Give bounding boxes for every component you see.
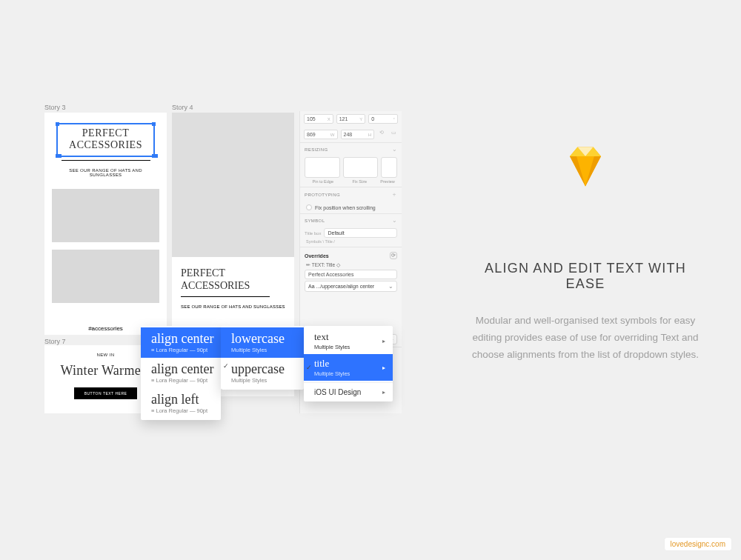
menu-item[interactable]: titleMultiple Styles▸ [304,354,393,381]
label-preview: Preview [378,179,397,184]
story3-subtitle: SEE OUR RANGE OF HATS AND SUNGLASSES [58,168,153,177]
menu-item[interactable]: align left≡ Lora Regular — 90pt [141,388,221,419]
input-height[interactable]: 248H [341,130,375,139]
label-pin: Pin to Edge [305,179,342,184]
case-menu[interactable]: lowercaseMultiple StylesuppercaseMultipl… [221,326,304,390]
section-symbol[interactable]: SYMBOL⌄ [300,213,402,227]
input-width[interactable]: 869W [304,130,338,139]
artboard-story-3[interactable]: PERFECT ACCESSORIES SEE OUR RANGE OF HAT… [44,113,167,335]
selection-box[interactable]: PERFECT ACCESSORIES [56,123,155,157]
menu-item[interactable]: iOS UI Design▸ [304,384,393,400]
promo-body: Modular and well-organised text symbols … [463,313,708,364]
input-y[interactable]: 121Y [336,114,366,124]
watermark: lovedesignc.com [664,537,732,551]
refresh-icon[interactable]: ⟳ [390,252,397,259]
flip-icon[interactable]: ▭ [389,130,398,139]
story3-title-line1: PERFECT [58,127,153,139]
pin-to-edge-control[interactable] [305,157,340,178]
story3-title-line2: ACCESSORIES [58,139,153,151]
chevron-down-icon: ⌄ [392,217,397,224]
sketch-diamond-icon [559,141,611,193]
section-resizing[interactable]: RESIZING⌄ [300,142,402,156]
lock-aspect-icon[interactable]: ⟲ [377,130,386,139]
menu-item[interactable]: align center≡ Lora Regular — 90pt [141,358,221,388]
section-prototyping[interactable]: PROTOTYPING＋ [300,187,402,201]
input-x[interactable]: 105X [304,114,333,124]
fix-scroll-checkbox[interactable]: Fix position when scrolling [300,201,402,213]
menu-item[interactable]: textMultiple Styles▸ [304,327,393,354]
symbol-label: Title box [305,231,321,236]
plus-icon[interactable]: ＋ [391,190,397,199]
fix-size-control[interactable] [343,157,379,178]
promo-title: ALIGN AND EDIT TEXT WITH EASE [463,261,708,292]
menu-item[interactable]: align center≡ Lora Regular — 90pt [141,327,221,358]
overrides-header: Overrides [305,253,329,259]
image-placeholder [52,250,159,303]
label-fix: Fix Size [342,179,379,184]
input-rotation[interactable]: 0° [368,114,398,124]
image-placeholder [52,189,159,242]
story4-title-line2: ACCESSORIES [172,280,294,293]
image-placeholder [172,113,294,257]
style-menu[interactable]: textMultiple Styles▸titleMultiple Styles… [304,326,393,401]
artboard-label-7: Story 7 [44,338,66,345]
override-style-dropdown[interactable]: Aa .../uppercase/align center⌄ [305,281,397,292]
story7-button[interactable]: BUTTON TEXT HERE [74,387,138,399]
symbol-path: Symbols \ Title / [300,239,402,247]
radio-icon [306,204,312,210]
artboard-story-4[interactable]: PERFECT ACCESSORIES SEE OUR RANGE OF HAT… [172,113,294,335]
align-menu[interactable]: align center≡ Lora Regular — 90ptalign c… [141,326,221,420]
resize-preview [381,157,397,178]
artboard-label-4: Story 4 [172,104,193,111]
override-text-label: ✏ TEXT: Title ◇ [300,261,402,269]
story4-title-line1: PERFECT [172,257,294,280]
story4-subtitle: SEE OUR RANGE OF HATS AND SUNGLASSES [172,300,294,309]
override-text-input[interactable]: Perfect Accessories [305,270,397,279]
promo-column: ALIGN AND EDIT TEXT WITH EASE Modular an… [463,141,708,364]
symbol-dropdown[interactable]: Default [324,228,397,238]
chevron-down-icon: ⌄ [392,146,397,153]
artboard-label-3: Story 3 [44,104,66,111]
menu-item[interactable]: lowercaseMultiple Styles [221,327,304,358]
